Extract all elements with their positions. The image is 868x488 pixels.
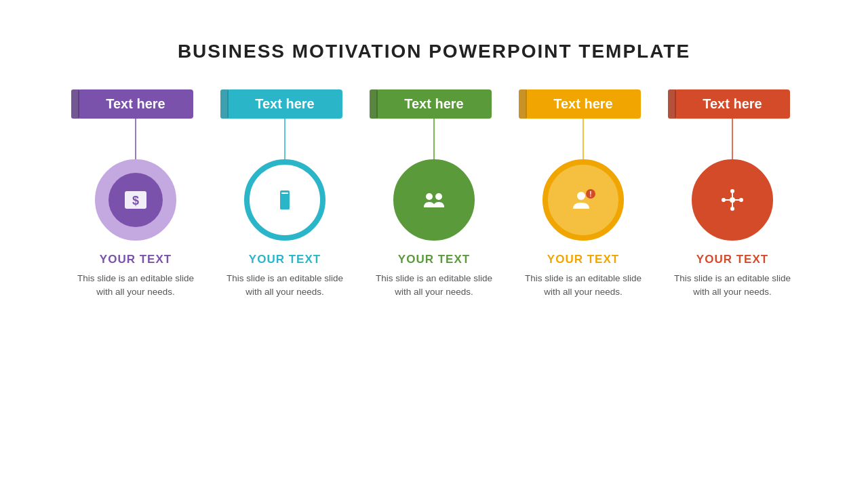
- label-box-5: Text here: [675, 89, 790, 119]
- label-box-3: Text here: [376, 89, 492, 119]
- column-5: Text here: [658, 89, 807, 300]
- circle-inner-5: [705, 173, 760, 227]
- circle-outer-1: $: [95, 159, 176, 241]
- team-icon: [420, 186, 448, 214]
- svg-text:$: $: [132, 194, 139, 207]
- dollar-icon: $: [121, 186, 150, 214]
- connector-2: [284, 119, 285, 159]
- svg-point-13: [722, 198, 726, 202]
- label-box-1: Text here: [78, 89, 193, 119]
- your-text-2: YOUR TEXT: [249, 253, 321, 266]
- svg-point-14: [739, 198, 743, 202]
- description-1: This slide is an editable slide with all…: [73, 272, 199, 300]
- your-text-5: YOUR TEXT: [696, 253, 768, 266]
- description-2: This slide is an editable slide with all…: [222, 272, 348, 300]
- svg-text:!: !: [589, 190, 591, 198]
- description-5: This slide is an editable slide with all…: [670, 272, 795, 300]
- circle-outer-5: [692, 159, 773, 241]
- connector-4: [583, 119, 584, 159]
- circle-inner-1: $: [108, 173, 163, 227]
- connector-3: [433, 119, 435, 159]
- svg-point-10: [730, 197, 735, 203]
- description-3: This slide is an editable slide with all…: [372, 272, 497, 300]
- column-3: Text here YOUR TEXT This slide is an edi…: [359, 89, 509, 300]
- svg-point-6: [435, 193, 442, 200]
- svg-point-5: [426, 193, 433, 200]
- svg-rect-4: [281, 192, 288, 194]
- your-text-1: YOUR TEXT: [100, 253, 172, 266]
- column-2: Text here YOUR TEXT This slide is an edi…: [210, 89, 359, 300]
- your-text-4: YOUR TEXT: [547, 253, 619, 266]
- circle-outer-4: !: [542, 159, 624, 241]
- circle-inner-4: !: [556, 173, 610, 227]
- connector-5: [732, 119, 733, 159]
- description-4: This slide is an editable slide with all…: [521, 272, 646, 300]
- network-icon: [718, 186, 747, 214]
- alert-user-icon: !: [569, 186, 597, 214]
- circle-inner-3: [407, 173, 461, 227]
- circle-inner-2: [258, 173, 312, 227]
- columns-container: Text here $ YOUR TEXT This slide is an e…: [0, 89, 868, 300]
- bookmark-icon: [271, 186, 299, 214]
- column-1: Text here $ YOUR TEXT This slide is an e…: [61, 89, 210, 300]
- label-box-4: Text here: [526, 89, 641, 119]
- connector-1: [135, 119, 136, 159]
- svg-point-11: [730, 189, 734, 193]
- label-box-2: Text here: [227, 89, 342, 119]
- slide: BUSINESS MOTIVATION POWERPOINT TEMPLATE …: [0, 0, 868, 488]
- svg-point-12: [730, 207, 734, 211]
- column-4: Text here ! YOUR TEXT This slide is an e…: [509, 89, 658, 300]
- page-title: BUSINESS MOTIVATION POWERPOINT TEMPLATE: [178, 41, 690, 62]
- circle-outer-3: [393, 159, 475, 241]
- your-text-3: YOUR TEXT: [398, 253, 470, 266]
- circle-outer-2: [244, 159, 326, 241]
- svg-point-7: [577, 192, 585, 200]
